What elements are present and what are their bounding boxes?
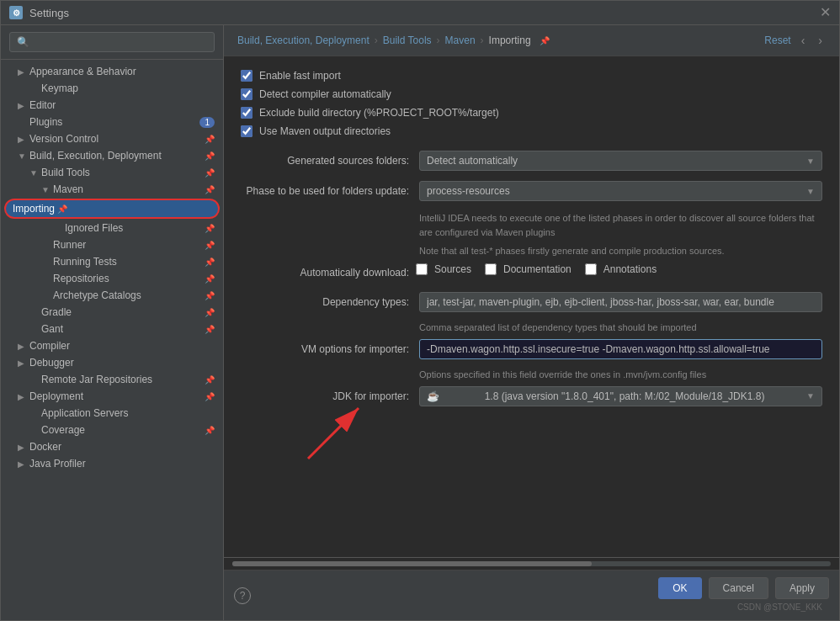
sidebar-item-label: Java Profiler [29, 458, 86, 470]
checkbox-annotations[interactable] [585, 263, 597, 275]
ok-button[interactable]: OK [658, 577, 701, 599]
annotations-label: Annotations [603, 263, 657, 275]
sidebar-item-gradle[interactable]: Gradle 📌 [1, 304, 223, 321]
sidebar-item-importing[interactable]: Importing 📌 [4, 199, 220, 219]
settings-window: ⚙ Settings ✕ ▶ Appearance & Behavior Key… [0, 0, 840, 621]
sidebar-item-editor[interactable]: ▶ Editor [1, 97, 223, 114]
sidebar-item-deployment[interactable]: ▶ Deployment 📌 [1, 388, 223, 405]
pin-icon: 📌 [205, 274, 215, 284]
checkbox-documentation[interactable] [485, 263, 497, 275]
scroll-bar [224, 557, 839, 570]
pin-icon: 📌 [205, 151, 215, 161]
checkbox-fast-import[interactable] [241, 70, 253, 82]
jdk-dropdown[interactable]: ☕ 1.8 (java version "1.8.0_401", path: M… [419, 386, 822, 406]
sources-checkbox-row: Sources [416, 263, 471, 275]
sidebar-item-running-tests[interactable]: Running Tests 📌 [1, 253, 223, 270]
breadcrumb-maven[interactable]: Maven [445, 34, 476, 46]
actions-area: OK Cancel Apply CSDN @STONE_KKK [658, 577, 829, 613]
chevron-down-icon: ▼ [806, 391, 815, 401]
expand-arrow: ▶ [18, 392, 26, 401]
checkbox-detect-compiler-label: Detect compiler automatically [259, 88, 391, 100]
phase-value: process-resources [427, 185, 510, 197]
checkbox-exclude-build[interactable] [241, 107, 253, 119]
watermark: CSDN @STONE_KKK [731, 601, 829, 613]
sidebar-item-version-control[interactable]: ▶ Version Control 📌 [1, 130, 223, 147]
sidebar-item-app-servers[interactable]: Application Servers [1, 405, 223, 422]
sidebar-item-build-exec[interactable]: ▼ Build, Execution, Deployment 📌 [1, 147, 223, 164]
sidebar-item-runner[interactable]: Runner 📌 [1, 236, 223, 253]
title-bar-left: ⚙ Settings [9, 6, 69, 19]
sidebar-item-coverage[interactable]: Coverage 📌 [1, 422, 223, 438]
scroll-track[interactable] [232, 561, 831, 566]
breadcrumb-build-exec[interactable]: Build, Execution, Deployment [237, 34, 369, 46]
checkbox-detect-compiler[interactable] [241, 88, 253, 100]
sidebar-item-maven[interactable]: ▼ Maven 📌 [1, 181, 223, 198]
sidebar-item-label: Docker [29, 441, 61, 453]
arrow-annotation-area [241, 417, 822, 484]
help-button[interactable]: ? [234, 587, 251, 604]
scroll-thumb [232, 561, 592, 566]
checkboxes-group: Enable fast import Detect compiler autom… [241, 70, 822, 137]
breadcrumb-sep1: › [375, 34, 378, 46]
sidebar-item-label: Keymap [41, 82, 78, 94]
breadcrumb-sep2: › [437, 34, 440, 46]
dependency-control [419, 292, 822, 312]
sidebar-item-label: Deployment [29, 390, 83, 402]
sidebar-item-label: Importing [13, 203, 55, 215]
window-title: Settings [29, 7, 69, 19]
checkbox-sources[interactable] [416, 263, 428, 275]
chevron-down-icon: ▼ [806, 187, 815, 196]
search-input[interactable] [9, 32, 215, 52]
sources-label: Sources [434, 263, 471, 275]
sidebar-item-docker[interactable]: ▶ Docker [1, 438, 223, 455]
generated-sources-dropdown[interactable]: Detect automatically ▼ [419, 151, 822, 171]
sidebar-item-compiler[interactable]: ▶ Compiler [1, 337, 223, 354]
nav-fwd-button[interactable]: › [815, 32, 826, 49]
expand-arrow: ▶ [18, 101, 26, 110]
sidebar-item-label: Ignored Files [65, 222, 123, 234]
phase-row: Phase to be used for folders update: pro… [241, 181, 822, 201]
sidebar-item-plugins[interactable]: Plugins 1 [1, 114, 223, 130]
plugins-badge: 1 [199, 117, 215, 128]
vm-hint: Options specified in this field override… [419, 369, 822, 380]
generated-sources-control: Detect automatically ▼ [419, 151, 822, 171]
sidebar-item-remote-jar[interactable]: Remote Jar Repositories 📌 [1, 371, 223, 388]
search-box [1, 25, 223, 60]
dependency-input[interactable] [419, 292, 822, 312]
sidebar-item-archetype-catalogs[interactable]: Archetype Catalogs 📌 [1, 287, 223, 304]
sidebar-item-ignored-files[interactable]: Ignored Files 📌 [1, 220, 223, 236]
sidebar-item-repositories[interactable]: Repositories 📌 [1, 270, 223, 287]
right-panel: Build, Execution, Deployment › Build Too… [224, 25, 839, 620]
close-button[interactable]: ✕ [820, 6, 831, 19]
sidebar-item-build-tools[interactable]: ▼ Build Tools 📌 [1, 164, 223, 181]
vm-options-input[interactable] [419, 339, 822, 359]
sidebar: ▶ Appearance & Behavior Keymap ▶ Editor … [1, 25, 224, 620]
breadcrumb-pin[interactable]: 📌 [540, 36, 550, 45]
sidebar-item-gant[interactable]: Gant 📌 [1, 321, 223, 337]
button-group: OK Cancel Apply [658, 577, 829, 599]
sidebar-item-java-profiler[interactable]: ▶ Java Profiler [1, 455, 223, 472]
sidebar-item-label: Maven [53, 183, 83, 195]
reset-button[interactable]: Reset [764, 34, 790, 46]
phase-dropdown[interactable]: process-resources ▼ [419, 181, 822, 201]
sidebar-item-label: Build Tools [41, 167, 90, 178]
sidebar-item-debugger[interactable]: ▶ Debugger [1, 354, 223, 371]
jdk-control: ☕ 1.8 (java version "1.8.0_401", path: M… [419, 386, 822, 406]
vm-options-control [419, 339, 822, 359]
main-content: ▶ Appearance & Behavior Keymap ▶ Editor … [1, 25, 839, 620]
bottom-bar: ? OK Cancel Apply CSDN @STONE_KKK [224, 570, 839, 620]
breadcrumb: Build, Execution, Deployment › Build Too… [237, 34, 550, 46]
sidebar-item-label: Archetype Catalogs [53, 289, 141, 301]
apply-button[interactable]: Apply [775, 577, 829, 599]
breadcrumb-build-tools[interactable]: Build Tools [383, 34, 432, 46]
checkbox-maven-output-label: Use Maven output directories [259, 125, 391, 137]
sidebar-item-keymap[interactable]: Keymap [1, 80, 223, 97]
nav-back-button[interactable]: ‹ [798, 32, 809, 49]
sidebar-item-appearance[interactable]: ▶ Appearance & Behavior [1, 63, 223, 80]
pin-icon: 📌 [205, 135, 215, 144]
generated-sources-label: Generated sources folders: [241, 155, 409, 167]
sidebar-tree: ▶ Appearance & Behavior Keymap ▶ Editor … [1, 60, 223, 620]
cancel-button[interactable]: Cancel [709, 577, 768, 599]
checkbox-maven-output[interactable] [241, 125, 253, 137]
auto-download-label: Automatically download: [241, 267, 409, 279]
